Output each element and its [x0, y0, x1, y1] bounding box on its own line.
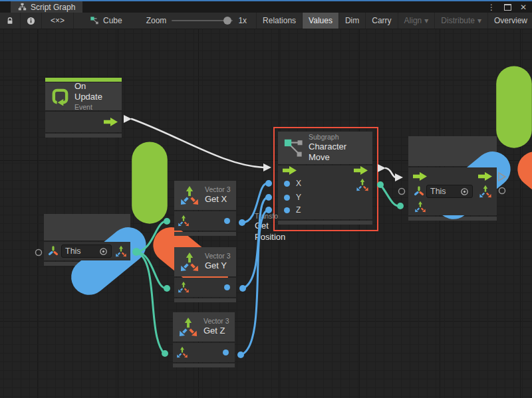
node-title: Get Z: [203, 326, 229, 336]
getposition-target-port[interactable]: [36, 250, 42, 256]
zoom-slider-handle[interactable]: [223, 17, 231, 25]
node-title: Get X: [205, 194, 231, 205]
node-get-z[interactable]: Vector 3 Get Z: [173, 312, 235, 367]
tab-title: Script Graph: [31, 3, 75, 12]
node-title: Get Y: [205, 260, 231, 271]
node-set-position[interactable]: Transform Set Position This: [408, 136, 497, 221]
toolbar-right-group: Relations Values Dim Carry Align▾ Distri…: [256, 13, 532, 29]
unity-script-graph-window: Script Graph ⋮ ✕ <×> Cube Zoom 1x Relati…: [0, 0, 532, 398]
vector3-icon[interactable]: [176, 346, 188, 358]
vector3-icon: [178, 317, 198, 337]
on-update-loop-icon: [51, 88, 69, 106]
graph-reference[interactable]: Cube: [83, 13, 129, 29]
value-out-port[interactable]: [223, 349, 229, 355]
node-get-x[interactable]: Vector 3 Get X: [174, 181, 236, 236]
transform-icon: [414, 52, 532, 251]
vector3-icon[interactable]: [115, 245, 127, 257]
vector3-icon[interactable]: [178, 281, 190, 293]
chevron-down-icon: ▾: [424, 16, 428, 25]
input-label-z: Z: [296, 205, 301, 215]
flow-out-arrow[interactable]: [478, 172, 493, 181]
graph-name: Cube: [103, 16, 122, 25]
node-subtitle: Event: [74, 103, 116, 112]
close-button[interactable]: ✕: [520, 3, 527, 12]
values-button[interactable]: Values: [303, 13, 339, 29]
node-get-y[interactable]: Vector 3 Get Y: [174, 247, 236, 302]
vector3-icon: [180, 252, 200, 272]
flow-in-arrow[interactable]: [413, 172, 428, 181]
vector3-icon[interactable]: [356, 178, 369, 191]
flow-out-arrow[interactable]: [104, 118, 118, 126]
input-port-y[interactable]: [284, 195, 290, 201]
align-dropdown[interactable]: Align▾: [398, 13, 436, 29]
object-picker-icon[interactable]: [99, 247, 108, 256]
node-category: Vector 3: [205, 185, 231, 194]
toolbar-spacer: [74, 13, 83, 29]
info-button[interactable]: [21, 13, 42, 29]
input-port-x[interactable]: [284, 181, 290, 187]
setposition-target-port[interactable]: [399, 189, 405, 195]
vector3-icon[interactable]: [178, 215, 190, 227]
node-category: Subgraph: [309, 133, 367, 142]
carry-button[interactable]: Carry: [366, 13, 398, 29]
zoom-value: 1x: [238, 16, 247, 25]
transform-icon: [47, 245, 59, 257]
node-title: Character Move: [309, 142, 367, 163]
maximize-button[interactable]: [504, 4, 511, 11]
dim-button[interactable]: Dim: [339, 13, 366, 29]
node-category: Vector 3: [203, 317, 229, 326]
graph-canvas[interactable]: On Update Event Transform Get Position: [0, 29, 532, 398]
vector3-icon: [180, 185, 200, 205]
toolbar: <×> Cube Zoom 1x Relations Values Dim Ca…: [0, 13, 532, 29]
graph-icon: [90, 16, 99, 25]
zoom-slider[interactable]: [172, 20, 233, 21]
wire-flow-charactermove-to-setposition[interactable]: [378, 164, 403, 181]
node-category: Vector 3: [205, 252, 231, 260]
lock-icon: [6, 17, 14, 25]
input-port-z[interactable]: [284, 207, 290, 213]
edit-script-button[interactable]: <×>: [42, 13, 74, 29]
input-label-y: Y: [296, 193, 301, 202]
script-graph-icon: [18, 3, 27, 11]
titlebar: Script Graph ⋮ ✕: [0, 0, 532, 13]
zoom-control: Zoom 1x: [146, 13, 247, 29]
target-object-field[interactable]: This: [61, 245, 112, 258]
lock-button[interactable]: [0, 13, 21, 29]
value-out-port[interactable]: [224, 284, 230, 290]
node-get-position[interactable]: Transform Get Position This: [44, 214, 130, 266]
subgraph-icon: [283, 138, 303, 158]
window-menu-button[interactable]: ⋮: [487, 3, 495, 12]
object-picker-icon[interactable]: [460, 187, 469, 196]
transform-icon: [413, 185, 425, 197]
flow-in-arrow[interactable]: [283, 166, 297, 175]
node-title: On Update: [74, 81, 116, 103]
tab-script-graph[interactable]: Script Graph: [11, 1, 82, 13]
info-icon: [27, 17, 35, 25]
node-character-move[interactable]: Subgraph Character Move X Y Z: [278, 132, 372, 225]
target-object-field[interactable]: This: [426, 185, 473, 198]
zoom-label: Zoom: [146, 16, 167, 25]
distribute-dropdown[interactable]: Distribute▾: [435, 13, 488, 29]
wire-vector-charactermove-to-setposition[interactable]: [377, 181, 404, 209]
overview-button[interactable]: Overview: [488, 13, 532, 29]
input-label-x: X: [296, 179, 301, 188]
flow-out-arrow[interactable]: [354, 166, 368, 175]
value-out-port[interactable]: [224, 218, 230, 224]
relations-button[interactable]: Relations: [256, 13, 303, 29]
chevron-down-icon: ▾: [477, 16, 481, 25]
vector3-icon[interactable]: [479, 185, 492, 198]
code-icon: <×>: [51, 16, 65, 25]
vector3-icon[interactable]: [414, 201, 426, 213]
